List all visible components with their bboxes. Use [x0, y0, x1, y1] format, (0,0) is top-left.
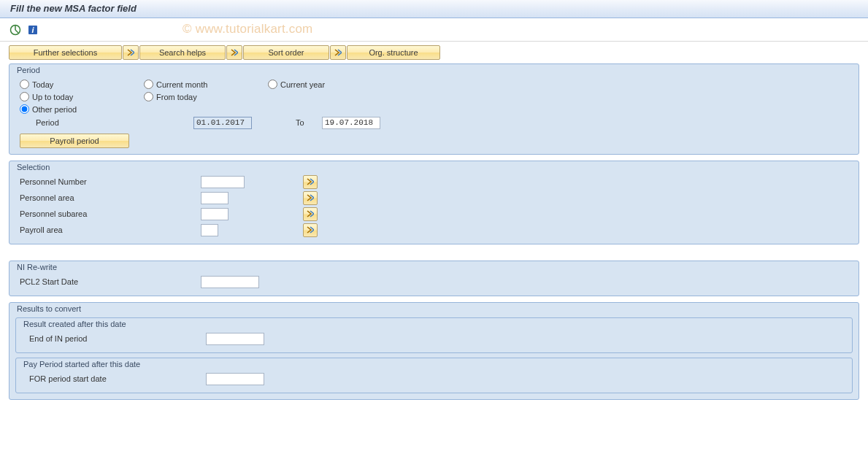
results-group: Results to convert Result created after …	[9, 302, 859, 400]
period-from-input[interactable]	[193, 117, 252, 129]
payroll-area-input[interactable]	[201, 224, 218, 236]
radio-label: Other period	[32, 105, 77, 114]
pcl2-start-date-input[interactable]	[201, 276, 259, 288]
ni-rewrite-group: NI Re-write PCL2 Start Date	[9, 261, 859, 296]
radio-label: Current month	[156, 80, 207, 89]
personnel-area-input[interactable]	[201, 192, 228, 204]
search-helps-button[interactable]: Search helps	[139, 45, 226, 60]
pay-period-subgroup: Pay Period started after this date FOR p…	[15, 358, 853, 393]
radio-other-period[interactable]: Other period	[20, 104, 144, 114]
personnel-area-label: Personnel area	[18, 193, 201, 202]
selection-group-title: Selection	[15, 161, 853, 174]
arrow-icon[interactable]	[123, 45, 139, 60]
results-group-title: Results to convert	[15, 303, 853, 315]
sort-order-button[interactable]: Sort order	[243, 45, 329, 60]
selection-group: Selection Personnel Number Personnel are…	[9, 161, 859, 244]
page-title: Fill the new MSA factor field	[0, 0, 868, 18]
svg-line-2	[15, 30, 18, 33]
for-period-start-date-label: FOR period start date	[28, 374, 206, 383]
org-structure-button[interactable]: Org. structure	[347, 45, 440, 60]
pay-period-title: Pay Period started after this date	[22, 358, 846, 371]
end-of-in-period-label: End of IN period	[28, 334, 206, 343]
watermark: © www.tutorialkart.com	[183, 22, 312, 36]
end-of-in-period-input[interactable]	[206, 333, 264, 345]
radio-current-year[interactable]: Current year	[268, 80, 392, 89]
payroll-period-button[interactable]: Payroll period	[20, 134, 129, 148]
payroll-area-label: Payroll area	[18, 225, 201, 234]
personnel-subarea-input[interactable]	[201, 208, 228, 220]
info-icon[interactable]: i	[26, 23, 39, 36]
personnel-number-label: Personnel Number	[18, 177, 201, 186]
radio-label: From today	[156, 93, 197, 101]
result-created-subgroup: Result created after this date End of IN…	[15, 317, 853, 353]
pcl2-start-date-label: PCL2 Start Date	[18, 277, 201, 286]
multiple-selection-button[interactable]	[303, 175, 318, 189]
ni-rewrite-group-title: NI Re-write	[15, 261, 853, 274]
radio-from-today[interactable]: From today	[144, 92, 268, 101]
radio-label: Current year	[280, 80, 325, 89]
multiple-selection-button[interactable]	[303, 207, 318, 221]
toolbar: i © www.tutorialkart.com	[0, 18, 868, 39]
for-period-start-date-input[interactable]	[206, 373, 264, 385]
radio-current-month[interactable]: Current month	[144, 80, 268, 89]
multiple-selection-button[interactable]	[303, 223, 318, 237]
period-to-label: To	[296, 118, 322, 127]
radio-up-to-today[interactable]: Up to today	[20, 92, 144, 101]
period-group-title: Period	[15, 64, 853, 77]
multiple-selection-button[interactable]	[303, 191, 318, 205]
period-label: Period	[36, 118, 193, 127]
action-button-row: Further selections Search helps Sort ord…	[0, 42, 868, 63]
execute-icon[interactable]	[9, 23, 22, 36]
radio-today[interactable]: Today	[20, 80, 144, 89]
personnel-number-input[interactable]	[201, 176, 245, 188]
period-group: Period Today Current month Current year …	[9, 63, 859, 155]
result-created-title: Result created after this date	[22, 318, 846, 331]
personnel-subarea-label: Personnel subarea	[18, 209, 201, 218]
radio-label: Today	[32, 80, 53, 89]
arrow-icon[interactable]	[226, 45, 242, 60]
period-to-input[interactable]	[322, 117, 380, 129]
further-selections-button[interactable]: Further selections	[9, 45, 122, 60]
radio-label: Up to today	[32, 93, 73, 101]
arrow-icon[interactable]	[330, 45, 346, 60]
